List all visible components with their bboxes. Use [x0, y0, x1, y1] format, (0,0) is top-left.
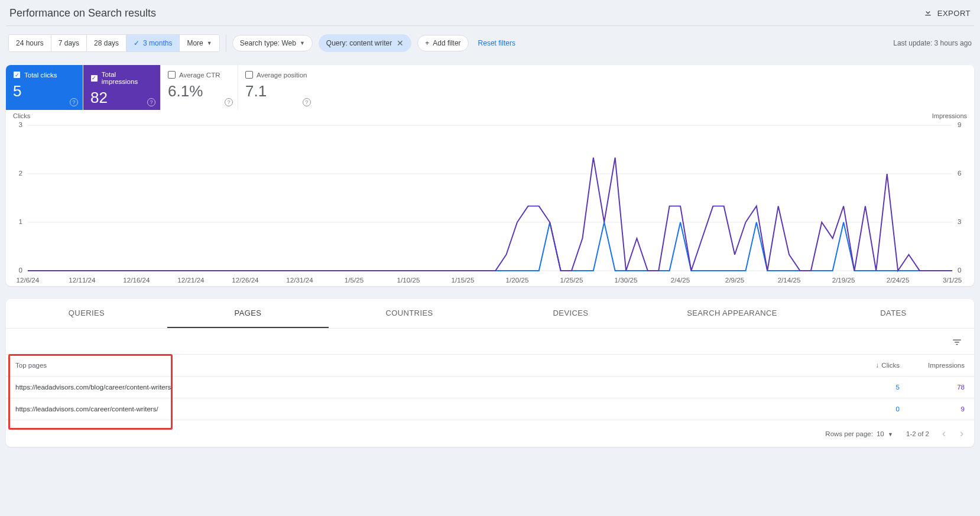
row-clicks: 0: [844, 398, 909, 420]
svg-text:1/5/25: 1/5/25: [345, 277, 364, 284]
svg-text:1/15/25: 1/15/25: [452, 277, 475, 284]
range-24h[interactable]: 24 hours: [9, 35, 51, 51]
range-7d[interactable]: 7 days: [51, 35, 87, 51]
svg-text:2/9/25: 2/9/25: [725, 277, 744, 284]
svg-text:2/4/25: 2/4/25: [671, 277, 690, 284]
download-icon: [923, 8, 933, 19]
svg-text:12/31/24: 12/31/24: [286, 277, 313, 284]
col-top-pages[interactable]: Top pages: [6, 355, 844, 377]
col-clicks[interactable]: ↓Clicks: [844, 355, 909, 377]
table-row[interactable]: https://leadadvisors.com/blog/career/con…: [6, 377, 974, 398]
chevron-down-icon: ▼: [888, 431, 893, 437]
add-filter-button[interactable]: +Add filter: [417, 35, 468, 51]
prev-page-button[interactable]: ‹: [942, 427, 946, 440]
svg-text:2/14/25: 2/14/25: [778, 277, 801, 284]
checkbox-checked-icon: ✓: [13, 71, 21, 79]
date-range-group: 24 hours 7 days 28 days ✓3 months More▼: [8, 34, 220, 52]
page-url[interactable]: https://leadadvisors.com/blog/career/con…: [6, 377, 844, 398]
svg-text:2: 2: [19, 170, 22, 177]
range-3m[interactable]: ✓3 months: [126, 35, 180, 51]
close-icon[interactable]: ✕: [397, 38, 404, 48]
chevron-down-icon: ▼: [300, 40, 305, 46]
reset-filters-link[interactable]: Reset filters: [478, 39, 515, 47]
tab-pages[interactable]: PAGES: [167, 299, 329, 328]
page-range: 1-2 of 2: [906, 430, 929, 437]
chevron-down-icon: ▼: [207, 40, 212, 46]
svg-text:1/30/25: 1/30/25: [615, 277, 638, 284]
metric-position[interactable]: Average position 7.1 ?: [238, 65, 316, 110]
svg-text:2/19/25: 2/19/25: [832, 277, 855, 284]
svg-text:6: 6: [958, 170, 961, 177]
tab-queries[interactable]: QUERIES: [6, 299, 167, 328]
next-page-button[interactable]: ›: [960, 427, 963, 440]
page-url[interactable]: https://leadadvisors.com/career/content-…: [6, 398, 844, 420]
plus-icon: +: [425, 39, 429, 47]
tab-countries[interactable]: COUNTRIES: [329, 299, 490, 328]
rows-per-page-select[interactable]: 10 ▼: [877, 430, 893, 437]
tab-devices[interactable]: DEVICES: [490, 299, 651, 328]
checkbox-checked-icon: ✓: [90, 74, 98, 82]
metric-impressions-value: 82: [90, 89, 153, 107]
chart-area: Clicks Impressions 0013263912/6/2412/11/…: [6, 110, 974, 286]
pages-table: Top pages ↓Clicks Impressions https://le…: [6, 354, 974, 420]
svg-text:1/20/25: 1/20/25: [506, 277, 529, 284]
checkbox-empty-icon: [245, 71, 253, 79]
svg-text:12/26/24: 12/26/24: [232, 277, 258, 284]
help-icon[interactable]: ?: [225, 98, 233, 106]
svg-text:12/6/24: 12/6/24: [16, 277, 39, 284]
svg-text:1/25/25: 1/25/25: [560, 277, 583, 284]
metric-clicks-value: 5: [13, 82, 76, 100]
metric-ctr[interactable]: Average CTR 6.1% ?: [161, 65, 238, 110]
export-label: EXPORT: [937, 9, 971, 18]
svg-text:3: 3: [958, 219, 961, 225]
svg-text:12/16/24: 12/16/24: [123, 277, 150, 284]
metric-ctr-value: 6.1%: [168, 82, 231, 100]
row-impressions: 9: [909, 398, 974, 420]
line-chart: 0013263912/6/2412/11/2412/16/2412/21/241…: [11, 115, 969, 286]
metrics-row: ✓Total clicks 5 ? ✓Total impressions 82 …: [6, 65, 974, 110]
right-axis-label: Impressions: [932, 112, 967, 119]
range-more[interactable]: More▼: [180, 35, 219, 51]
help-icon[interactable]: ?: [70, 98, 78, 106]
svg-text:12/11/24: 12/11/24: [69, 277, 95, 284]
tab-dates[interactable]: DATES: [813, 299, 974, 328]
pagination: Rows per page: 10 ▼ 1-2 of 2 ‹ ›: [6, 420, 974, 447]
table-row[interactable]: https://leadadvisors.com/career/content-…: [6, 398, 974, 420]
svg-text:9: 9: [958, 122, 961, 128]
page-title: Performance on Search results: [9, 7, 156, 20]
tabs-row: QUERIES PAGES COUNTRIES DEVICES SEARCH A…: [6, 299, 974, 329]
svg-text:1: 1: [19, 219, 22, 225]
search-type-chip[interactable]: Search type: Web▼: [232, 35, 313, 51]
metric-clicks[interactable]: ✓Total clicks 5 ?: [6, 65, 83, 110]
help-icon[interactable]: ?: [303, 98, 311, 106]
row-impressions: 78: [909, 377, 974, 398]
svg-text:1/10/25: 1/10/25: [397, 277, 420, 284]
svg-text:12/21/24: 12/21/24: [177, 277, 204, 284]
range-28d[interactable]: 28 days: [87, 35, 126, 51]
svg-text:0: 0: [19, 267, 22, 274]
left-axis-label: Clicks: [13, 112, 30, 119]
metric-position-value: 7.1: [245, 82, 309, 100]
svg-text:3/1/25: 3/1/25: [943, 277, 962, 284]
filter-list-icon[interactable]: [948, 333, 966, 353]
svg-text:3: 3: [19, 122, 22, 128]
tab-search-appearance[interactable]: SEARCH APPEARANCE: [651, 299, 813, 328]
checkbox-empty-icon: [168, 71, 176, 79]
metric-impressions[interactable]: ✓Total impressions 82 ?: [83, 65, 161, 110]
arrow-down-icon: ↓: [876, 362, 880, 369]
last-update-text: Last update: 3 hours ago: [893, 39, 972, 47]
svg-text:2/24/25: 2/24/25: [887, 277, 910, 284]
help-icon[interactable]: ?: [147, 98, 155, 106]
query-filter-chip[interactable]: Query: content writer✕: [319, 34, 411, 52]
check-icon: ✓: [134, 39, 139, 47]
svg-text:0: 0: [958, 267, 961, 274]
col-impressions[interactable]: Impressions: [909, 355, 974, 377]
export-button[interactable]: EXPORT: [923, 8, 971, 19]
row-clicks: 5: [844, 377, 909, 398]
rows-per-page-label: Rows per page:: [825, 430, 873, 437]
